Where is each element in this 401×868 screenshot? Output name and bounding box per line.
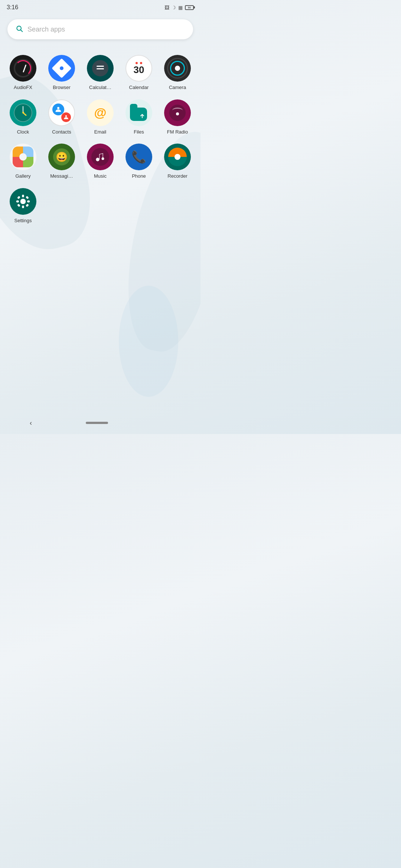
messaging-label: Messagi… bbox=[50, 173, 73, 179]
svg-line-1 bbox=[21, 30, 23, 32]
search-bar[interactable]: Search apps bbox=[7, 19, 193, 39]
files-icon bbox=[125, 99, 152, 126]
email-label: Email bbox=[94, 129, 107, 135]
camera-icon bbox=[164, 55, 191, 82]
calendar-label: Calendar bbox=[129, 85, 149, 91]
svg-point-2 bbox=[57, 107, 59, 109]
svg-rect-12 bbox=[17, 196, 20, 199]
svg-point-5 bbox=[96, 158, 99, 161]
back-button[interactable]: ‹ bbox=[30, 419, 32, 427]
app-item-clock[interactable]: Clock bbox=[4, 94, 42, 139]
svg-rect-13 bbox=[26, 204, 29, 207]
app-item-email[interactable]: @ Email bbox=[81, 94, 120, 139]
app-item-camera[interactable]: Camera bbox=[158, 50, 197, 94]
gallery-icon bbox=[10, 144, 36, 170]
app-item-messaging[interactable]: 😀 Messagi… bbox=[42, 138, 81, 183]
app-item-files[interactable]: Files bbox=[120, 94, 158, 139]
app-item-music[interactable]: Music bbox=[81, 138, 120, 183]
svg-rect-11 bbox=[27, 200, 30, 203]
fmradio-label: FM Radio bbox=[167, 129, 188, 135]
audiofx-icon bbox=[10, 55, 36, 82]
app-item-gallery[interactable]: Gallery bbox=[4, 138, 42, 183]
app-item-settings[interactable]: Settings bbox=[4, 183, 42, 227]
svg-rect-10 bbox=[16, 200, 19, 203]
status-time: 3:16 bbox=[7, 4, 18, 11]
files-label: Files bbox=[134, 129, 144, 135]
gallery-label: Gallery bbox=[15, 173, 30, 179]
contacts-label: Contacts bbox=[52, 129, 71, 135]
recorder-icon bbox=[164, 144, 191, 170]
app-item-phone[interactable]: 📞 Phone bbox=[120, 138, 158, 183]
audiofx-label: AudioFX bbox=[14, 85, 32, 91]
browser-icon bbox=[48, 55, 75, 82]
calculator-icon bbox=[87, 55, 114, 82]
messaging-icon: 😀 bbox=[48, 144, 75, 170]
status-bar: 3:16 🖼 ☽ ▦ 90 bbox=[0, 0, 200, 15]
app-item-browser[interactable]: Browser bbox=[42, 50, 81, 94]
recorder-label: Recorder bbox=[167, 173, 187, 179]
image-icon: 🖼 bbox=[164, 5, 169, 10]
app-item-calendar[interactable]: 30 Calendar bbox=[120, 50, 158, 94]
svg-rect-9 bbox=[22, 206, 24, 208]
clock-icon bbox=[10, 99, 36, 126]
app-item-contacts[interactable]: Contacts bbox=[42, 94, 81, 139]
calculator-label: Calculat… bbox=[89, 85, 111, 91]
music-icon bbox=[87, 144, 114, 170]
svg-point-3 bbox=[65, 115, 67, 117]
moon-icon: ☽ bbox=[172, 5, 176, 10]
sim-icon: ▦ bbox=[178, 5, 183, 10]
clock-label: Clock bbox=[17, 129, 29, 135]
email-icon: @ bbox=[87, 99, 114, 126]
app-item-audiofx[interactable]: AudioFX bbox=[4, 50, 42, 94]
svg-rect-14 bbox=[17, 204, 20, 207]
bottom-nav: ‹ bbox=[0, 412, 200, 434]
music-label: Music bbox=[94, 173, 107, 179]
search-container: Search apps bbox=[0, 15, 200, 46]
settings-icon bbox=[10, 188, 36, 215]
contacts-icon bbox=[48, 99, 75, 126]
calendar-icon: 30 bbox=[125, 55, 152, 82]
settings-label: Settings bbox=[14, 218, 32, 224]
app-grid: AudioFX Browser Calculat… bbox=[0, 46, 200, 231]
phone-icon: 📞 bbox=[125, 144, 152, 170]
svg-point-7 bbox=[20, 198, 26, 204]
status-icons: 🖼 ☽ ▦ 90 bbox=[164, 5, 194, 10]
bg-decoration-3 bbox=[119, 286, 178, 397]
search-placeholder: Search apps bbox=[27, 26, 65, 33]
home-pill[interactable] bbox=[86, 422, 108, 424]
app-item-recorder[interactable]: Recorder bbox=[158, 138, 197, 183]
app-item-calculator[interactable]: Calculat… bbox=[81, 50, 120, 94]
battery-indicator: 90 bbox=[185, 5, 194, 10]
fmradio-icon bbox=[164, 99, 191, 126]
app-item-fmradio[interactable]: FM Radio bbox=[158, 94, 197, 139]
svg-rect-8 bbox=[22, 194, 24, 197]
browser-label: Browser bbox=[53, 85, 71, 91]
camera-label: Camera bbox=[169, 85, 186, 91]
svg-rect-15 bbox=[26, 196, 29, 199]
search-icon bbox=[16, 25, 23, 34]
phone-label: Phone bbox=[132, 173, 146, 179]
